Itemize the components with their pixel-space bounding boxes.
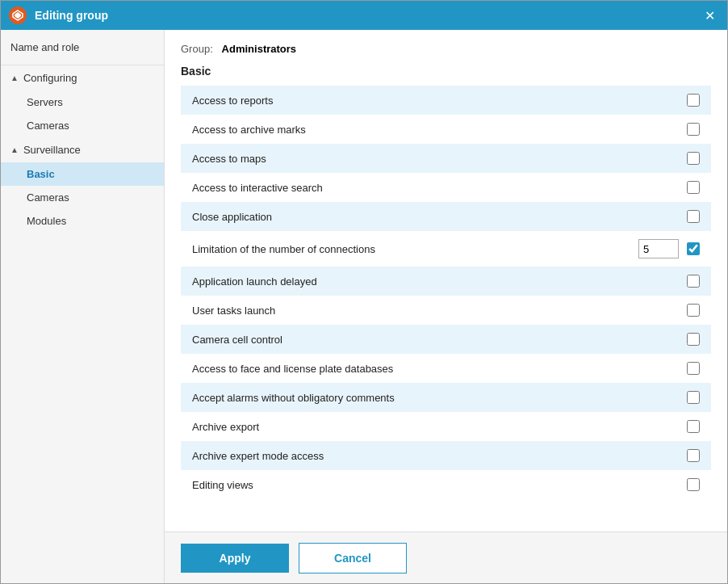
group-header: Group: Administrators bbox=[181, 43, 711, 55]
setting-row-accept-alarms: Accept alarms without obligatory comment… bbox=[181, 383, 711, 412]
checkbox-access-archive-marks[interactable] bbox=[687, 123, 700, 136]
sidebar-section-label-configuring: Configuring bbox=[23, 72, 77, 84]
close-button[interactable]: ✕ bbox=[700, 6, 719, 25]
sidebar-item-basic[interactable]: Basic bbox=[1, 162, 164, 186]
content-area: Name and role ▲ Configuring Servers Came… bbox=[1, 30, 727, 583]
setting-row-access-interactive-search: Access to interactive search bbox=[181, 173, 711, 202]
input-limitation-connections[interactable] bbox=[638, 239, 679, 258]
checkbox-limitation-connections[interactable] bbox=[687, 242, 700, 255]
titlebar: Editing group ✕ bbox=[1, 1, 727, 30]
group-name: Administrators bbox=[222, 43, 296, 55]
setting-row-access-face-license: Access to face and license plate databas… bbox=[181, 354, 711, 383]
setting-row-archive-export: Archive export bbox=[181, 412, 711, 441]
checkbox-editing-views[interactable] bbox=[687, 478, 700, 491]
checkbox-close-application[interactable] bbox=[687, 210, 700, 223]
sidebar-section-label-surveillance: Surveillance bbox=[23, 144, 81, 156]
sidebar: Name and role ▲ Configuring Servers Came… bbox=[1, 30, 165, 583]
sidebar-section-header-surveillance[interactable]: ▲ Surveillance bbox=[1, 137, 164, 162]
setting-label-access-archive-marks: Access to archive marks bbox=[192, 124, 687, 136]
checkbox-camera-cell-control[interactable] bbox=[687, 333, 700, 346]
setting-row-user-tasks-launch: User tasks launch bbox=[181, 296, 711, 325]
sidebar-section-configuring: ▲ Configuring Servers Cameras bbox=[1, 65, 164, 137]
checkbox-archive-expert-mode[interactable] bbox=[687, 449, 700, 462]
sidebar-section-header-configuring[interactable]: ▲ Configuring bbox=[1, 65, 164, 90]
dialog-title: Editing group bbox=[35, 9, 700, 22]
sidebar-section-surveillance: ▲ Surveillance Basic Cameras Modules bbox=[1, 137, 164, 233]
setting-row-access-reports: Access to reports bbox=[181, 86, 711, 115]
setting-row-access-archive-marks: Access to archive marks bbox=[181, 115, 711, 144]
svg-marker-1 bbox=[15, 12, 21, 19]
setting-label-archive-export: Archive export bbox=[192, 421, 687, 433]
setting-row-close-application: Close application bbox=[181, 202, 711, 231]
settings-list: Access to reports Access to archive mark… bbox=[181, 86, 711, 499]
setting-row-limitation-connections: Limitation of the number of connections bbox=[181, 231, 711, 267]
setting-row-archive-expert-mode: Archive expert mode access bbox=[181, 441, 711, 470]
sidebar-item-name-role[interactable]: Name and role bbox=[1, 30, 164, 65]
checkbox-access-reports[interactable] bbox=[687, 94, 700, 107]
sidebar-item-modules[interactable]: Modules bbox=[1, 209, 164, 233]
section-title: Basic bbox=[181, 65, 711, 78]
cancel-button[interactable]: Cancel bbox=[299, 543, 407, 573]
setting-label-archive-expert-mode: Archive expert mode access bbox=[192, 450, 687, 462]
dialog: Editing group ✕ Name and role ▲ Configur… bbox=[0, 0, 728, 584]
setting-row-editing-views: Editing views bbox=[181, 470, 711, 499]
checkbox-access-maps[interactable] bbox=[687, 152, 700, 165]
apply-button[interactable]: Apply bbox=[181, 544, 289, 573]
setting-label-access-reports: Access to reports bbox=[192, 95, 687, 107]
checkbox-user-tasks-launch[interactable] bbox=[687, 304, 700, 317]
group-label: Group: bbox=[181, 43, 213, 55]
setting-label-limitation-connections: Limitation of the number of connections bbox=[192, 243, 638, 255]
setting-label-access-face-license: Access to face and license plate databas… bbox=[192, 363, 687, 375]
main-scroll-area: Group: Administrators Basic Access to re… bbox=[165, 30, 727, 531]
setting-label-accept-alarms: Accept alarms without obligatory comment… bbox=[192, 392, 687, 404]
setting-label-access-interactive-search: Access to interactive search bbox=[192, 182, 687, 194]
checkbox-access-interactive-search[interactable] bbox=[687, 181, 700, 194]
collapse-arrow-surveillance: ▲ bbox=[10, 145, 19, 154]
checkbox-archive-export[interactable] bbox=[687, 420, 700, 433]
app-icon bbox=[9, 6, 27, 24]
setting-label-application-launch-delayed: Application launch delayed bbox=[192, 275, 687, 288]
main-content: Group: Administrators Basic Access to re… bbox=[165, 30, 727, 583]
setting-row-camera-cell-control: Camera cell control bbox=[181, 325, 711, 354]
setting-label-close-application: Close application bbox=[192, 211, 687, 223]
setting-label-user-tasks-launch: User tasks launch bbox=[192, 305, 687, 317]
setting-label-access-maps: Access to maps bbox=[192, 153, 687, 165]
checkbox-access-face-license[interactable] bbox=[687, 362, 700, 375]
checkbox-accept-alarms[interactable] bbox=[687, 391, 700, 404]
setting-label-editing-views: Editing views bbox=[192, 479, 687, 491]
collapse-arrow-configuring: ▲ bbox=[10, 74, 19, 82]
footer: Apply Cancel bbox=[165, 531, 727, 583]
sidebar-item-cameras-configuring[interactable]: Cameras bbox=[1, 114, 164, 137]
sidebar-item-cameras-surveillance[interactable]: Cameras bbox=[1, 186, 164, 209]
sidebar-item-servers[interactable]: Servers bbox=[1, 90, 164, 114]
setting-row-access-maps: Access to maps bbox=[181, 144, 711, 173]
setting-row-application-launch-delayed: Application launch delayed bbox=[181, 267, 711, 296]
setting-label-camera-cell-control: Camera cell control bbox=[192, 334, 687, 346]
checkbox-application-launch-delayed[interactable] bbox=[687, 275, 700, 288]
